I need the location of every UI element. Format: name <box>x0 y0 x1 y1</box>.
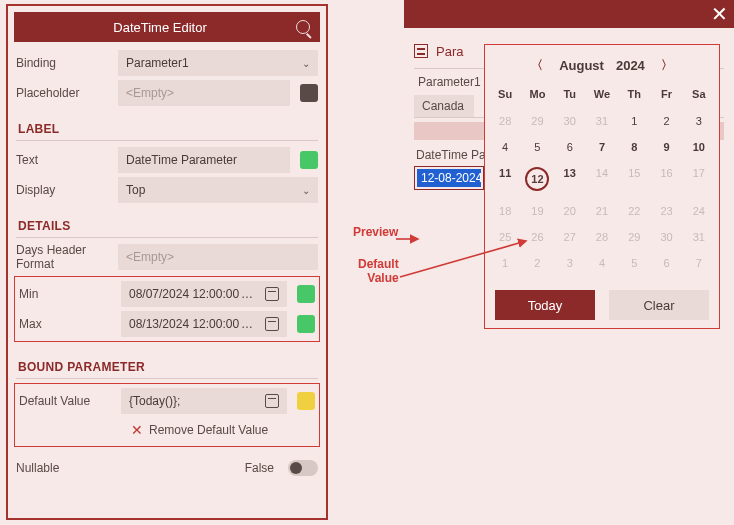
calendar-day: 18 <box>489 198 521 224</box>
calendar-dow: Su <box>489 84 521 108</box>
text-label: Text <box>16 153 112 167</box>
min-input[interactable]: 08/07/2024 12:00:00… <box>121 281 287 307</box>
calendar-day[interactable]: 9 <box>650 134 682 160</box>
today-button[interactable]: Today <box>495 290 595 320</box>
calendar-day: 7 <box>683 250 715 276</box>
datetime-editor-panel: DateTime Editor Binding Parameter1 ⌄ Pla… <box>6 4 328 520</box>
calendar-day[interactable]: 8 <box>618 134 650 160</box>
calendar-day: 4 <box>586 250 618 276</box>
calendar-day: 16 <box>650 160 682 198</box>
max-color-swatch[interactable] <box>297 315 315 333</box>
placeholder-input[interactable]: <Empty> <box>118 80 290 106</box>
filter-icon <box>414 44 428 58</box>
calendar-icon[interactable] <box>265 287 279 301</box>
calendar-year[interactable]: 2024 <box>616 58 645 73</box>
min-label: Min <box>19 287 115 301</box>
calendar-day[interactable]: 4 <box>489 134 521 160</box>
calendar-dow: Th <box>618 84 650 108</box>
editor-title: DateTime Editor <box>24 20 296 35</box>
binding-row: Binding Parameter1 ⌄ <box>16 48 318 78</box>
max-input[interactable]: 08/13/2024 12:00:00… <box>121 311 287 337</box>
datetime-preview-field[interactable]: 12-08-2024 <box>414 166 484 190</box>
calendar-day: 17 <box>683 160 715 198</box>
placeholder-label: Placeholder <box>16 86 112 100</box>
editor-header: DateTime Editor <box>14 12 320 42</box>
calendar-day: 30 <box>554 108 586 134</box>
details-section-title: DETAILS <box>16 211 318 238</box>
clear-button[interactable]: Clear <box>609 290 709 320</box>
calendar-day: 23 <box>650 198 682 224</box>
binding-select[interactable]: Parameter1 ⌄ <box>118 50 318 76</box>
annotation-default-value: DefaultValue <box>358 258 399 286</box>
min-color-swatch[interactable] <box>297 285 315 303</box>
calendar-day: 29 <box>618 224 650 250</box>
next-month-button[interactable]: 〉 <box>657 57 677 74</box>
calendar-month[interactable]: August <box>559 58 604 73</box>
prev-month-button[interactable]: 〈 <box>527 57 547 74</box>
calendar-day: 5 <box>618 250 650 276</box>
calendar-day: 21 <box>586 198 618 224</box>
calendar-day[interactable]: 7 <box>586 134 618 160</box>
placeholder-row: Placeholder <Empty> <box>16 78 318 108</box>
default-value-input[interactable]: {Today()}; <box>121 388 287 414</box>
calendar-day: 22 <box>618 198 650 224</box>
calendar-day: 31 <box>683 224 715 250</box>
placeholder-color-swatch[interactable] <box>300 84 318 102</box>
calendar-dow: Tu <box>554 84 586 108</box>
calendar-day: 15 <box>618 160 650 198</box>
calendar-day[interactable]: 12 <box>521 160 553 198</box>
calendar-day: 6 <box>650 250 682 276</box>
calendar-day: 24 <box>683 198 715 224</box>
calendar-popup: 〈 August 2024 〉 SuMoTuWeThFrSa2829303112… <box>484 44 720 329</box>
calendar-day[interactable]: 11 <box>489 160 521 198</box>
calendar-day[interactable]: 13 <box>554 160 586 198</box>
calendar-day[interactable]: 10 <box>683 134 715 160</box>
calendar-day: 20 <box>554 198 586 224</box>
display-select[interactable]: Top ⌄ <box>118 177 318 203</box>
bound-section-title: BOUND PARAMETER <box>16 352 318 379</box>
annotation-preview: Preview <box>353 225 398 239</box>
calendar-day: 26 <box>521 224 553 250</box>
default-color-swatch[interactable] <box>297 392 315 410</box>
calendar-day: 30 <box>650 224 682 250</box>
datetime-label: DateTime Parameter <box>414 144 484 166</box>
calendar-day: 1 <box>489 250 521 276</box>
calendar-day: 14 <box>586 160 618 198</box>
text-color-swatch[interactable] <box>300 151 318 169</box>
parameter-value[interactable]: Canada <box>414 95 474 117</box>
calendar-icon[interactable] <box>265 394 279 408</box>
calendar-dow: Fr <box>650 84 682 108</box>
calendar-day[interactable]: 5 <box>521 134 553 160</box>
calendar-dow: We <box>586 84 618 108</box>
nullable-toggle[interactable] <box>288 460 318 476</box>
days-header-label: Days Header Format <box>16 243 112 272</box>
default-value-label: Default Value <box>19 394 115 408</box>
calendar-icon[interactable] <box>265 317 279 331</box>
calendar-day: 31 <box>586 108 618 134</box>
binding-label: Binding <box>16 56 112 70</box>
text-input[interactable]: DateTime Parameter <box>118 147 290 173</box>
display-label: Display <box>16 183 112 197</box>
calendar-day[interactable]: 6 <box>554 134 586 160</box>
calendar-day: 27 <box>554 224 586 250</box>
calendar-day: 2 <box>521 250 553 276</box>
days-header-input[interactable]: <Empty> <box>118 244 318 270</box>
close-icon[interactable]: ✕ <box>711 2 728 26</box>
calendar-day[interactable]: 2 <box>650 108 682 134</box>
calendar-day: 29 <box>521 108 553 134</box>
calendar-dow: Sa <box>683 84 715 108</box>
nullable-value: False <box>245 461 274 475</box>
calendar-day: 25 <box>489 224 521 250</box>
search-icon[interactable] <box>296 20 310 34</box>
calendar-day: 28 <box>586 224 618 250</box>
calendar-dow: Mo <box>521 84 553 108</box>
max-label: Max <box>19 317 115 331</box>
calendar-day[interactable]: 1 <box>618 108 650 134</box>
preview-panel: ✕ Parameters Parameter1 Canada DateTime … <box>404 0 734 525</box>
chevron-down-icon: ⌄ <box>302 185 310 196</box>
calendar-day[interactable]: 3 <box>683 108 715 134</box>
close-icon: ✕ <box>131 422 143 438</box>
preview-titlebar: ✕ <box>404 0 734 28</box>
remove-default-button[interactable]: ✕ Remove Default Value <box>19 416 315 444</box>
nullable-label: Nullable <box>16 461 112 475</box>
